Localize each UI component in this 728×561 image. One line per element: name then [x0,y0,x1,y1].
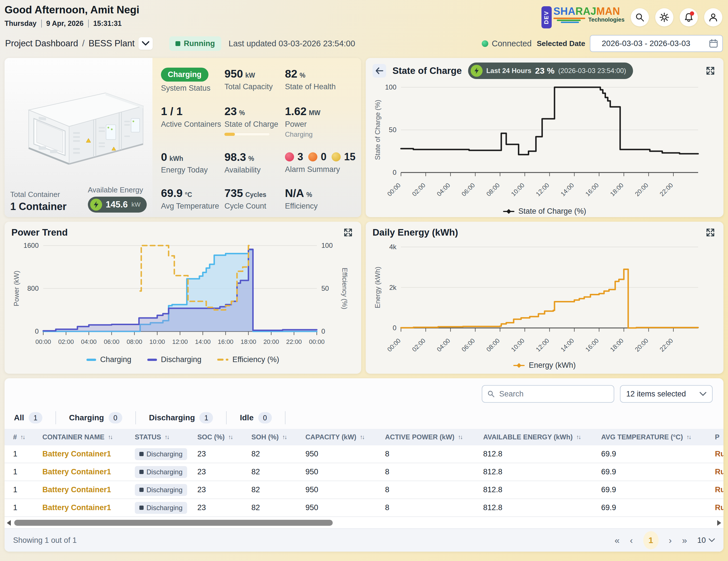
scroll-right-arrow[interactable] [717,520,721,526]
soc-current-badge: Last 24 Hours 23 % (2026-03-03 23:54:00) [468,63,633,79]
kpi-power: 1.62MW Power Charging [285,105,356,138]
current-page-button[interactable]: 1 [643,531,659,549]
cell-status: Discharging [133,466,195,478]
legend-item[interactable]: Energy (kWh) [513,361,576,370]
svg-text:00:00: 00:00 [386,337,402,353]
daily-energy-title: Daily Energy (kWh) [373,227,458,238]
legend-item[interactable]: Efficiency (%) [217,355,279,364]
sort-icon[interactable]: ↑↓ [228,434,232,440]
back-button[interactable] [373,64,386,78]
svg-text:22:00: 22:00 [658,182,675,198]
scrollbar-thumb[interactable] [14,520,333,526]
search-field[interactable] [482,385,614,403]
filter-tab-all[interactable]: All1 [14,412,55,423]
legend-item[interactable]: Discharging [147,355,202,364]
svg-text:Power (kW): Power (kW) [13,271,20,306]
sort-icon[interactable]: ↑↓ [164,434,169,440]
expand-button[interactable] [704,65,717,77]
svg-text:0: 0 [321,327,325,335]
svg-text:2k: 2k [389,283,397,291]
state-of-charge-card: State of Charge Last 24 Hours 23 % (2026… [366,58,723,217]
bess-container-illustration [9,61,148,186]
filter-tab-charging[interactable]: Charging0 [56,412,135,423]
svg-text:1600: 1600 [24,242,39,249]
running-square-icon [175,41,180,46]
user-icon [708,13,718,22]
notification-dot [690,11,694,16]
columns-select[interactable]: 12 items selected [620,385,713,403]
kpi-efficiency: N/A% Efficiency [285,187,356,211]
search-input[interactable] [499,389,609,399]
pagination: « ‹ 1 › » 10 [615,531,715,549]
svg-text:10:00: 10:00 [510,182,526,198]
profile-button[interactable] [704,8,722,26]
filter-tab-idle[interactable]: Idle0 [227,412,285,423]
legend-item[interactable]: Charging [86,355,131,364]
first-page-button[interactable]: « [615,536,620,545]
power-trend-chart: 00:0002:0004:0006:0008:0010:0012:0014:00… [11,240,349,353]
column-header: P [713,433,723,441]
divider [41,20,42,28]
svg-text:02:00: 02:00 [411,182,427,198]
prev-page-button[interactable]: ‹ [630,536,633,545]
sort-icon[interactable]: ↑↓ [686,434,690,440]
next-page-button[interactable]: › [669,536,672,545]
table-footer: Showing 1 out of 1 « ‹ 1 › » 10 [5,528,723,552]
filter-tab-discharging[interactable]: Discharging1 [136,412,226,423]
kpi-avg-temperature: 69.9°C Avg Temperature [161,187,224,211]
svg-text:04:00: 04:00 [81,338,97,345]
sort-icon[interactable]: ↑↓ [108,434,112,440]
status-square-icon [139,488,144,492]
plant-selector-dropdown[interactable] [138,37,153,50]
cell-available-energy: 812.8 [481,503,599,512]
plant-overview-card: Total Container 1 Container Available En… [5,58,361,217]
legend-item[interactable]: State of Charge (%) [503,207,586,216]
status-badge: Discharging [135,502,187,514]
container-name-link[interactable]: Battery Container1 [40,450,133,458]
connection-status: Connected [482,39,531,48]
last-page-button[interactable]: » [682,536,687,545]
legend-swatch [513,363,525,368]
sort-icon[interactable]: ↑↓ [576,434,580,440]
container-name-link[interactable]: Battery Container1 [40,467,133,476]
table-row[interactable]: 1Battery Container1Discharging2382950881… [5,499,723,517]
last-updated-label: Last updated 03-03-2026 23:54:00 [229,39,355,48]
table-row[interactable]: 1Battery Container1Discharging2382950881… [5,481,723,499]
cell-index: 1 [5,485,40,494]
sort-icon[interactable]: ↑↓ [282,434,286,440]
page-size-select[interactable]: 10 [697,536,715,545]
table-row[interactable]: 1Battery Container1Discharging2382950881… [5,445,723,463]
search-icon [635,13,644,22]
date-range-value: 2026-03-03 - 2026-03-03 [602,39,690,48]
date-range-picker[interactable]: 2026-03-03 - 2026-03-03 [590,35,723,52]
legend-swatch [503,209,514,214]
column-header: ACTIVE POWER (kW)↑↓ [383,433,481,441]
breadcrumb-root[interactable]: Project Dashboard [5,38,78,49]
search-button[interactable] [631,8,649,26]
container-name-link[interactable]: Battery Container1 [40,503,133,512]
column-label: AVG TEMPERATURE (°C) [601,433,683,441]
scroll-left-arrow[interactable] [7,520,11,526]
selected-date-label: Selected Date [537,39,585,48]
sort-icon[interactable]: ↑↓ [458,434,462,440]
svg-text:22:00: 22:00 [286,338,302,345]
header: Good Afternoon, Amit Negi Thursday 9 Apr… [0,0,728,28]
datetime-line: Thursday 9 Apr, 2026 15:31:31 [5,19,139,28]
container-name-link[interactable]: Battery Container1 [40,485,133,494]
table-row[interactable]: 1Battery Container1Discharging2382950881… [5,463,723,481]
chevron-down-icon [709,538,715,542]
brand-part-raj: RAJ [576,5,597,17]
status-square-icon [139,470,144,474]
notifications-button[interactable] [680,8,698,26]
sort-icon[interactable]: ↑↓ [20,434,24,440]
expand-button[interactable] [342,226,354,239]
cell-avg-temperature: 69.9 [599,485,713,494]
available-energy-value: 145.6 [106,200,128,210]
status-badge: Discharging [135,484,187,496]
svg-text:12:00: 12:00 [172,338,188,345]
filter-tab-count: 1 [199,412,213,423]
expand-button[interactable] [704,226,717,239]
soc-chart: 00:0002:0004:0006:0008:0010:0012:0014:00… [373,80,711,205]
sort-icon[interactable]: ↑↓ [360,434,364,440]
theme-toggle-button[interactable] [655,8,673,26]
